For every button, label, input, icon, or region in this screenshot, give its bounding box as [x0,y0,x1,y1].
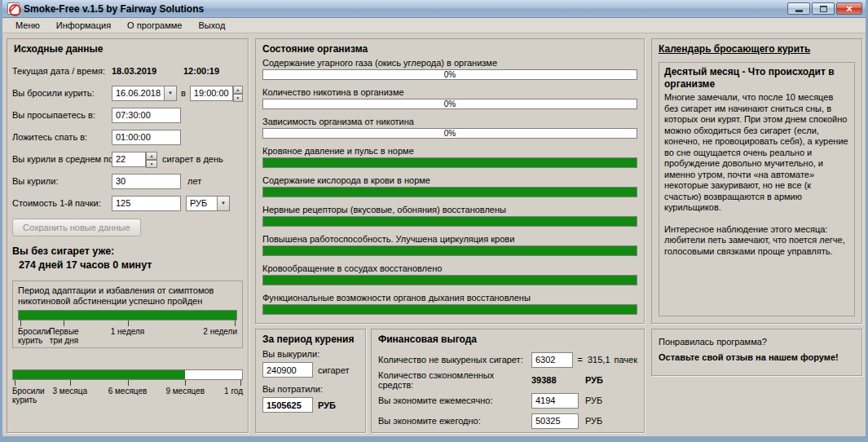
window-title: Smoke-Free v.1.5 by Fairway Solutions [24,3,204,15]
maximize-button[interactable] [812,2,835,15]
avg-cigarettes-input[interactable]: 22 [112,152,146,167]
money-saved-value: 39388 [531,375,579,385]
packs-value: 315,1 [588,355,610,365]
spent-value: 1505625 [262,397,313,413]
minimize-button[interactable] [787,2,810,15]
years-smoked-label: Вы курили: [12,176,112,186]
wake-time-input[interactable]: 07:30:00 [112,108,181,123]
first-year-ruler-labels: Бросили курить 3 месяца 6 месяцев 9 меся… [12,386,243,405]
co-progressbar: 0% [262,69,637,80]
current-time: 12:00:19 [183,66,219,76]
yearly-savings-value: 50325 [531,413,579,429]
smoked-label: Вы выкурили: [262,349,359,359]
avg-cigarettes-suffix: сигарет в день [162,154,223,164]
adaptation-text: Период адаптации и избавления от симптом… [18,285,237,307]
currency-value: РУБ [186,196,217,211]
maximize-icon [820,6,827,12]
spin-up-icon[interactable]: ▲ [146,152,157,160]
quit-date-select[interactable]: 16.06.2018 ▼ [112,86,177,101]
close-icon: × [846,3,853,14]
spent-unit: РУБ [318,400,336,410]
dependency-progressbar: 0% [262,128,637,139]
years-smoked-suffix: лет [187,176,201,186]
feedback-panel: Понравилась программа? Оставьте свой отз… [651,329,862,376]
sleep-time-label: Ложитесь спать в: [12,132,112,142]
body-state-row: Кровообращение в сосудах восстановлено [262,263,637,285]
pack-cost-label: Стоимость 1-й пачки: [12,198,112,208]
oxygen-progressbar [262,187,637,197]
calendar-panel: Календарь бросающего курить Десятый меся… [651,38,862,324]
menu-item-about[interactable]: О программе [119,18,190,33]
spin-down-icon[interactable]: ▼ [233,94,243,102]
monthly-savings-value: 4194 [531,393,579,409]
quit-at-label: в [181,88,186,98]
body-state-panel: Состояние организма Содержание угарного … [255,38,645,324]
spin-up-icon[interactable]: ▲ [233,86,243,94]
calendar-heading: Десятый месяц - Что происходит в организ… [664,66,849,91]
sleep-time-input[interactable]: 01:00:00 [112,130,181,145]
currency-select[interactable]: РУБ ▼ [186,196,230,211]
body-state-row: Зависимость организма от никотина 0% [262,116,637,139]
performance-progressbar [262,245,637,256]
avg-cigarettes-label: Вы курили в среднем по: [12,154,112,164]
body-state-row: Содержание угарного газа (окись углерода… [262,57,637,80]
close-button[interactable]: × [836,2,862,15]
current-datetime-label: Текущая дата / время: [12,66,112,76]
lungs-progressbar [262,304,637,315]
first-year-section: Бросили курить 3 месяца 6 месяцев 9 меся… [12,369,243,405]
quit-date-label: Вы бросили курить: [12,88,112,98]
first-year-progressbar [12,369,243,380]
circulation-progressbar [262,275,637,285]
financial-panel: Финансовая выгода Количество не выкурены… [371,329,645,433]
app-window: Smoke-Free v.1.5 by Fairway Solutions × … [0,0,868,442]
cigarettes-not-smoked-value: 6302 [531,352,573,368]
minimize-icon [795,10,803,12]
wake-time-label: Вы просыпаетесь в: [12,110,112,120]
body-state-row: Нервные рецепторы (вкусовые, обоняния) в… [262,204,637,227]
spin-down-icon[interactable]: ▼ [146,160,157,168]
calendar-title: Календарь бросающего курить [652,39,861,57]
chevron-down-icon[interactable]: ▼ [164,86,177,101]
current-date: 18.03.2019 [112,66,177,76]
first-year-ruler [12,380,243,386]
financial-row: Количество не выкуреных сигарет: 6302 = … [378,351,637,368]
menu-item-menu[interactable]: Меню [7,18,48,33]
body-state-row: Повышена работоспособность. Улучшена цир… [262,233,637,256]
avg-cigarettes-stepper[interactable]: ▲▼ [146,152,157,167]
menu-bar: Меню Информация О программе Выход [2,18,866,33]
adaptation-ruler-labels: Бросили курить Первые три дня 1 неделя 2… [18,326,237,346]
calendar-paragraph: Многие замечали, что после 10 месяцев бе… [664,92,849,214]
blood-pressure-progressbar [262,157,637,168]
initial-data-panel: Исходные данные Текущая дата / время: 18… [7,38,249,433]
quit-date-value: 16.06.2018 [112,86,164,101]
calendar-paragraph: Интересное наблюдение этого месяца: люби… [664,224,849,258]
nicotine-progressbar: 0% [262,99,637,109]
adaptation-groupbox: Период адаптации и избавления от симптом… [12,281,243,348]
smoke-free-since-label: Вы без сигарет уже: [12,245,243,257]
title-bar: Smoke-Free v.1.5 by Fairway Solutions × [2,0,866,18]
smoking-period-panel: За период курения Вы выкурили: 240900 си… [255,329,366,433]
financial-row: Количество сэкономленных средств: 39388 … [378,372,637,388]
body-state-row: Содержание кислорода в крови в норме [262,175,637,197]
financial-row: Вы экономите ежемесячно: 4194 РУБ [378,392,637,409]
quit-time-stepper[interactable]: ▲▼ [233,86,243,101]
chevron-down-icon[interactable]: ▼ [217,196,230,211]
years-smoked-input[interactable]: 30 [112,174,181,189]
body-state-title: Состояние организма [256,39,644,57]
body-state-row: Кровяное давление и пульс в норме [262,145,637,168]
quit-time-input[interactable]: 19:00:00 [190,86,233,101]
initial-data-title: Исходные данные [7,39,248,57]
spent-label: Вы потратили: [262,384,359,394]
save-new-data-button[interactable]: Сохранить новые данные [12,219,141,236]
menu-item-information[interactable]: Информация [48,18,119,33]
smoked-unit: сигарет [318,365,349,375]
receptors-progressbar [262,216,637,227]
pack-cost-input[interactable]: 125 [112,196,181,211]
feedback-forum-link[interactable]: Оставьте свой отзыв на нашем форуме! [659,352,855,362]
menu-item-exit[interactable]: Выход [190,18,233,33]
body-state-row: Функциональные возможности органов дыхан… [262,292,637,315]
smoked-value: 240900 [262,362,313,378]
financial-row: Вы экономите ежегодно: 50325 РУБ [378,413,637,429]
adaptation-progressbar [18,310,237,320]
body-state-row: Количество никотина в организме 0% [262,86,637,109]
